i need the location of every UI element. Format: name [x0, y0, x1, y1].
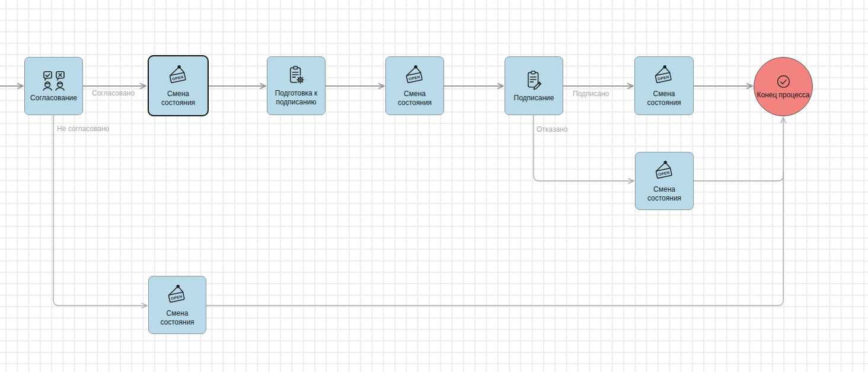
node-label: Смена состояния — [388, 90, 442, 107]
check-circle-icon — [776, 74, 792, 90]
clipboard-gear-icon — [285, 65, 308, 87]
svg-text:OPEN: OPEN — [658, 75, 669, 81]
approval-users-icon — [42, 70, 66, 92]
node-state5[interactable]: OPENСмена состояния — [148, 276, 206, 334]
svg-text:OPEN: OPEN — [658, 170, 669, 176]
node-state4[interactable]: OPENСмена состояния — [635, 152, 694, 210]
edge-state3-end[interactable] — [694, 84, 752, 88]
clipboard-pencil-icon — [523, 69, 545, 92]
open-sign-icon: OPEN — [652, 64, 676, 88]
open-sign-icon: OPEN — [167, 64, 190, 88]
edge-prepare-state2[interactable] — [326, 84, 384, 88]
open-sign-icon: OPEN — [403, 64, 427, 88]
node-label: Смена состояния — [637, 90, 691, 107]
node-label: Подготовка к подписанию — [269, 89, 323, 107]
node-label: Смена состояния — [151, 90, 206, 107]
edge-start-approve[interactable] — [0, 84, 23, 88]
node-state2[interactable]: OPENСмена состояния — [385, 56, 444, 115]
edge-approve-state1[interactable] — [83, 84, 146, 88]
node-label: Конец процесса — [754, 91, 812, 100]
node-label: Смена состояния — [151, 309, 204, 327]
edge-state5-end[interactable] — [206, 117, 786, 306]
edge-state2-sign[interactable] — [444, 84, 503, 88]
node-state3[interactable]: OPENСмена состояния — [634, 56, 694, 115]
node-end[interactable]: Конец процесса — [754, 57, 813, 116]
open-sign-icon: OPEN — [165, 284, 189, 307]
node-label: Смена состояния — [637, 185, 691, 203]
svg-text:OPEN: OPEN — [408, 75, 420, 81]
node-label: Подписание — [507, 94, 561, 103]
node-sign[interactable]: Подписание — [505, 56, 563, 115]
edge-state1-prepare[interactable] — [209, 84, 266, 88]
open-sign-icon: OPEN — [653, 160, 676, 183]
edge-sign-state4[interactable] — [534, 115, 634, 183]
edge-state4-join[interactable] — [694, 171, 783, 181]
edge-approve-state5[interactable] — [53, 115, 147, 308]
node-prepare[interactable]: Подготовка к подписанию — [267, 56, 326, 115]
process-diagram-canvas[interactable]: СогласованоПодписаноНе согласованоОтказа… — [0, 0, 868, 372]
node-approve[interactable]: Согласование — [24, 57, 83, 115]
svg-text:OPEN: OPEN — [171, 75, 183, 81]
node-state1[interactable]: OPENСмена состояния — [148, 55, 209, 116]
node-label: Согласование — [27, 94, 81, 103]
svg-text:OPEN: OPEN — [171, 294, 183, 300]
edge-sign-state3[interactable] — [563, 84, 633, 88]
